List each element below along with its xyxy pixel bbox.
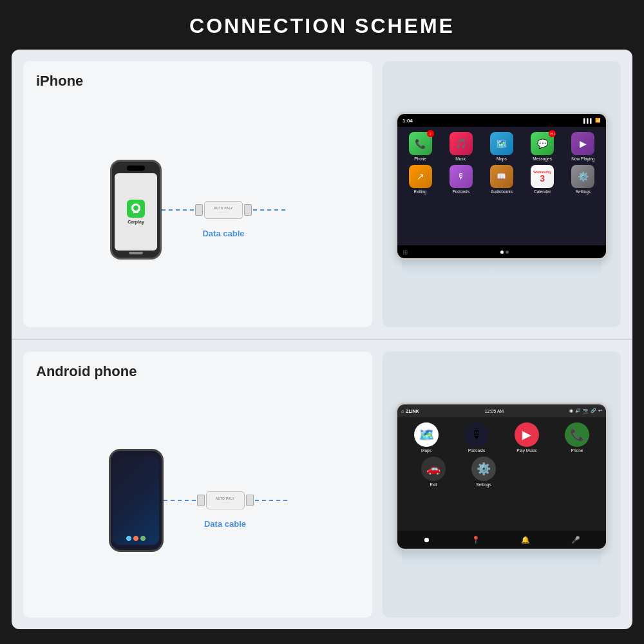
cable-section-android: AUTO PALY — — — Data cable xyxy=(164,491,287,509)
app-exiting[interactable]: ↗ Exiting xyxy=(404,165,437,194)
cable-right xyxy=(253,209,285,211)
android-dot-3 xyxy=(140,536,146,541)
app-label-calendar: Calendar xyxy=(534,189,551,194)
iphone-row: iPhone Carplay xyxy=(12,50,632,340)
app-podcasts[interactable]: 🎙 Podcasts xyxy=(444,165,478,194)
aa-app-label-exit: Exit xyxy=(430,482,437,487)
android-dot-1 xyxy=(126,536,131,541)
android-screen-wrapper: ⌂ ZLINK 12:05 AM ◉ 🔊 📷 🔗 ↩ xyxy=(395,402,608,567)
aa-app-podcasts[interactable]: 🎙 Podcasts xyxy=(457,422,496,453)
data-cable-label: Data cable xyxy=(202,229,244,238)
adapter-decoration: — — — xyxy=(219,210,228,213)
app-icon-nowplaying: ▶ xyxy=(571,132,594,155)
aa-app-label-maps: Maps xyxy=(421,448,431,453)
adapter-device: AUTO PALY — — — xyxy=(204,201,243,219)
aa-app-row-1: 🗺️ Maps 🎙 Podcasts xyxy=(401,422,602,453)
usb-plug-left-android xyxy=(197,495,205,506)
app-label-audiobooks: Audiobooks xyxy=(491,189,513,194)
android-device xyxy=(109,449,164,552)
app-label-nowplaying: Now Playing xyxy=(571,156,594,161)
page-dots xyxy=(408,251,601,254)
exiting-icon: ↗ xyxy=(417,171,424,182)
iphone-notch xyxy=(127,166,145,171)
android-screen-inner xyxy=(113,456,159,545)
app-maps[interactable]: 🗺️ Maps xyxy=(485,132,518,161)
wifi-icon: 📶 xyxy=(595,118,601,123)
podcasts-icon: 🎙 xyxy=(457,172,465,181)
android-dot-2 xyxy=(133,536,138,541)
calendar-day: Wednesday 3 xyxy=(533,171,551,183)
carplay-screen-wrapper: 1:04 ▌▌▌ 📶 📞 xyxy=(395,112,608,276)
aa-app-exit[interactable]: 🚗 Exit xyxy=(414,457,453,487)
aa-nav-record-icon[interactable]: ⏺ xyxy=(423,536,430,544)
status-icons: ▌▌▌ 📶 xyxy=(583,118,601,123)
aa-home-icon: ⌂ xyxy=(401,409,404,413)
aa-maps-icon: 🗺️ xyxy=(419,427,435,442)
carplay-svg xyxy=(129,202,142,215)
aa-app-label-settings: Settings xyxy=(476,482,491,487)
main-content: iPhone Carplay xyxy=(12,50,632,629)
aa-volume-icon: 🔊 xyxy=(575,408,581,413)
android-left-panel: Android phone xyxy=(23,352,372,618)
aa-app-icon-settings: ⚙️ xyxy=(471,457,496,481)
carplay-label: Carplay xyxy=(128,220,144,224)
aa-nav-bell-icon[interactable]: 🔔 xyxy=(521,536,530,544)
messages-icon: 💬 xyxy=(537,138,548,149)
dot-1 xyxy=(500,251,504,254)
aa-back-icon: ↩ xyxy=(598,408,602,413)
aa-location-icon: ◉ xyxy=(569,408,573,413)
aa-app-settings[interactable]: ⚙️ Settings xyxy=(464,457,503,487)
page-header: CONNECTION SCHEME xyxy=(0,0,644,50)
usb-plug-right xyxy=(244,204,252,216)
phone-badge: 2 xyxy=(427,130,434,137)
screen-reflection-top xyxy=(402,260,601,276)
app-icon-audiobooks: 📖 xyxy=(490,165,513,188)
aa-home-screen: 🗺️ Maps 🎙 Podcasts xyxy=(397,417,606,531)
app-icon-settings: ⚙️ xyxy=(571,165,594,188)
nowplaying-icon: ▶ xyxy=(580,138,587,149)
app-label-podcasts: Podcasts xyxy=(452,189,469,194)
aa-app-maps[interactable]: 🗺️ Maps xyxy=(407,422,446,453)
data-cable-label-android: Data cable xyxy=(204,519,246,529)
android-screen xyxy=(113,456,159,545)
app-calendar[interactable]: Wednesday 3 Calendar xyxy=(526,165,559,194)
app-phone[interactable]: 📞 2 Phone xyxy=(404,132,437,161)
iphone-left-panel: iPhone Carplay xyxy=(23,61,372,327)
aa-zlink-label: ZLINK xyxy=(406,409,419,413)
app-label-music: Music xyxy=(455,156,466,161)
app-audiobooks[interactable]: 📖 Audiobooks xyxy=(485,165,518,194)
cable-section-iphone: AUTO PALY — — — Data cable xyxy=(162,201,285,219)
app-settings[interactable]: ⚙️ Settings xyxy=(566,165,600,194)
app-icon-calendar: Wednesday 3 xyxy=(531,165,554,188)
settings-icon: ⚙️ xyxy=(578,171,589,182)
carplay-bottom-bar: ⊞ xyxy=(397,245,606,258)
app-row-2: ↗ Exiting 🎙 Podcasts xyxy=(401,165,602,194)
music-icon: 🎵 xyxy=(455,138,466,149)
aa-app-label-podcasts: Podcasts xyxy=(468,448,486,453)
aa-app-label-playmusic: Play Music xyxy=(516,448,536,453)
aa-nav-maps-icon[interactable]: 📍 xyxy=(471,536,480,544)
carplay-home-screen: 📞 2 Phone 🎵 Music xyxy=(397,127,606,245)
aa-podcasts-icon: 🎙 xyxy=(471,428,482,442)
aa-app-phone[interactable]: 📞 Phone xyxy=(558,422,596,453)
aa-settings-icon: ⚙️ xyxy=(477,462,491,476)
app-label-settings: Settings xyxy=(576,189,591,194)
iphone-right-panel: 1:04 ▌▌▌ 📶 📞 xyxy=(383,61,621,327)
iphone-device: Carplay xyxy=(110,160,162,260)
aa-nav-mic-icon[interactable]: 🎤 xyxy=(571,536,580,544)
aa-app-playmusic[interactable]: ▶ Play Music xyxy=(507,422,546,453)
app-music[interactable]: 🎵 Music xyxy=(444,132,478,161)
android-connection-diagram: AUTO PALY — — — Data cable xyxy=(30,389,366,611)
cable-left xyxy=(162,209,194,211)
aa-app-row-2: 🚗 Exit ⚙️ Settings xyxy=(401,457,602,487)
status-time: 1:04 xyxy=(402,118,413,124)
carplay-display: 1:04 ▌▌▌ 📶 📞 xyxy=(395,112,608,260)
phone-icon: 📞 xyxy=(415,138,426,149)
app-nowplaying[interactable]: ▶ Now Playing xyxy=(566,132,600,161)
app-messages[interactable]: 💬 151 Messages xyxy=(526,132,559,161)
page-title: CONNECTION SCHEME xyxy=(0,14,644,38)
aa-status-left: ⌂ ZLINK xyxy=(401,409,419,413)
aa-time: 12:05 AM xyxy=(485,409,504,413)
grid-icon: ⊞ xyxy=(402,249,408,256)
app-label-phone: Phone xyxy=(414,156,426,161)
